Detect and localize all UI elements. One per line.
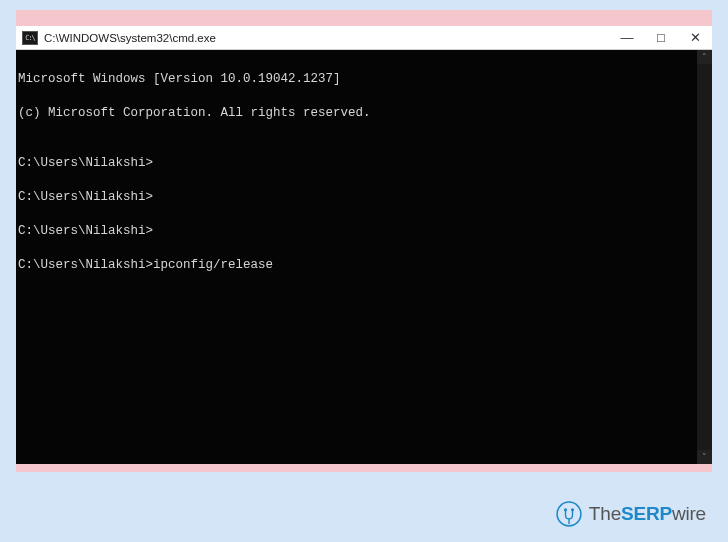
maximize-button[interactable]: □ [644,26,678,49]
scroll-up-button[interactable]: ˄ [697,50,712,64]
cmd-icon: C:\ [22,31,38,45]
watermark: TheSERPwire [555,500,706,528]
terminal-container: Microsoft Windows [Version 10.0.19042.12… [16,50,712,464]
decorative-strip-bottom [16,464,712,472]
watermark-mid: SERP [621,503,672,524]
terminal-line: (c) Microsoft Corporation. All rights re… [16,105,697,122]
scroll-down-button[interactable]: ˅ [697,450,712,464]
window-titlebar[interactable]: C:\ C:\WINDOWS\system32\cmd.exe — □ ✕ [16,26,712,50]
minimize-button[interactable]: — [610,26,644,49]
terminal-line: C:\Users\Nilakshi> [16,155,697,172]
watermark-post: wire [672,503,706,524]
terminal-line: C:\Users\Nilakshi> [16,189,697,206]
terminal-line: C:\Users\Nilakshi> [16,223,697,240]
terminal-output[interactable]: Microsoft Windows [Version 10.0.19042.12… [16,50,697,464]
watermark-pre: The [589,503,621,524]
close-button[interactable]: ✕ [678,26,712,49]
screenshot-frame: C:\ C:\WINDOWS\system32\cmd.exe — □ ✕ Mi… [16,10,712,472]
decorative-strip-top [16,10,712,26]
serpwire-logo-icon [555,500,583,528]
terminal-scrollbar[interactable]: ˄ ˅ [697,50,712,464]
window-title: C:\WINDOWS\system32\cmd.exe [44,32,216,44]
terminal-line: Microsoft Windows [Version 10.0.19042.12… [16,71,697,88]
terminal-line: C:\Users\Nilakshi>ipconfig/release [16,257,697,274]
watermark-text: TheSERPwire [589,503,706,525]
window-controls: — □ ✕ [610,26,712,49]
